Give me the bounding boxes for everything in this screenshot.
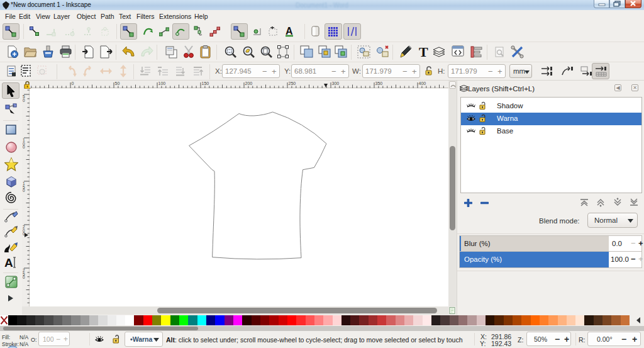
- svg-text:0: 0: [23, 98, 25, 103]
- svg-text:150: 150: [202, 81, 209, 86]
- svg-text:A: A: [4, 256, 13, 269]
- svg-text:0: 0: [23, 145, 25, 149]
- svg-text:0: 0: [23, 275, 25, 279]
- svg-text:300: 300: [332, 81, 340, 86]
- svg-text:350: 350: [375, 81, 383, 86]
- svg-text:200: 200: [245, 81, 253, 86]
- svg-text:50: 50: [115, 81, 120, 86]
- svg-text:T: T: [419, 45, 428, 59]
- svg-text:0: 0: [72, 81, 74, 86]
- svg-text:250: 250: [289, 81, 296, 86]
- svg-text:0: 0: [23, 188, 25, 193]
- svg-text:A: A: [286, 26, 293, 36]
- svg-text:100: 100: [158, 81, 166, 86]
- svg-text:400: 400: [419, 81, 426, 86]
